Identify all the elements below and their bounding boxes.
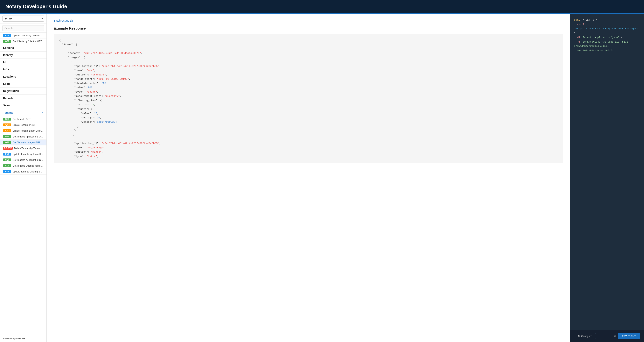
curl-data-value: 'tenants=1e4d7438-0ebe-11e7-b131-c7b5bde… — [574, 41, 630, 48]
sidebar-item-update-tenants-offering[interactable]: PUT Update Tenants Offering It... — [0, 169, 46, 174]
sidebar-item-get-tenants[interactable]: GET Get Tenants GET — [0, 116, 46, 122]
put-badge: PUT — [3, 153, 11, 156]
configure-label: Configure — [581, 334, 592, 338]
get-badge: GET — [3, 118, 11, 120]
configure-button[interactable]: ⚙ Configure — [574, 333, 596, 339]
curl-url-value: 'https://localhost:443/api/2/tenants/usa… — [574, 28, 638, 30]
sidebar-section-idp[interactable]: Idp — [0, 59, 46, 66]
get-badge: GET — [3, 141, 11, 144]
method-label: Update Clients by Client Id ... — [13, 34, 44, 37]
method-label: Get Tenants by Tenant Id G... — [13, 159, 44, 162]
sidebar-section-infra[interactable]: Infra — [0, 66, 46, 73]
search-input[interactable] — [2, 25, 44, 31]
content-area: Batch Usage List Example Response { "ite… — [47, 14, 570, 342]
example-response-block: { "items": [ { "tenant": "2b5172d7-4374-… — [54, 34, 563, 163]
curl-data-continuation: 1e-11e7-a80e-bbdaa1d60c7c' — [574, 50, 615, 52]
curl-panel: curl -X GET -G \ --url 'https://localhos… — [570, 14, 644, 342]
curl-url-flag: --url — [577, 23, 584, 26]
sidebar-item-get-tenants-by-id[interactable]: GET Get Tenants by Tenant Id G... — [0, 157, 46, 163]
method-label: Create Tenants Batch Delet... — [13, 130, 44, 132]
sidebar-section-registration[interactable]: Registration — [0, 88, 46, 95]
post-badge: POST — [3, 124, 11, 126]
put-badge: PUT — [3, 34, 11, 37]
curl-flags: -X GET -G \ — [582, 19, 598, 22]
try-label: TRY IT OUT — [622, 334, 636, 338]
method-label: Get Tenants Usages GET — [13, 141, 44, 144]
get-badge: GET — [3, 135, 11, 138]
method-label: Delete Tenants by Tenant I... — [14, 147, 44, 150]
breadcrumb-text: Batch Usage List — [54, 19, 74, 22]
sidebar-item-create-tenants-post[interactable]: POST Create Tenants POST — [0, 122, 46, 128]
curl-header-value: 'Accept: application/json' — [582, 36, 619, 39]
footer-brand: APIMATIC — [16, 337, 26, 340]
method-label: Update Tenants Offering It... — [13, 170, 44, 173]
sidebar-section-reports[interactable]: Reports — [0, 95, 46, 102]
copy-icon[interactable]: ⧉ — [614, 334, 616, 338]
sidebar-item-get-clients[interactable]: GET Get Clients by Client Id GET — [0, 38, 46, 44]
sidebar-item-create-tenants-batch[interactable]: POST Create Tenants Batch Delet... — [0, 128, 46, 134]
breadcrumb[interactable]: Batch Usage List — [54, 19, 563, 22]
sidebar-item-update-tenants-id[interactable]: PUT Update Tenants by Tenant I... — [0, 151, 46, 157]
sidebar: HTTP HTTPS PUT Update Clients by Client … — [0, 14, 47, 342]
gear-icon: ⚙ — [578, 334, 580, 338]
sidebar-item-delete-tenants[interactable]: DELETE Delete Tenants by Tenant I... — [0, 146, 46, 151]
app-title: Notary Developer's Guide — [6, 4, 67, 9]
footer-text: API Docs by — [3, 337, 16, 340]
get-badge: GET — [3, 158, 11, 162]
method-label: Create Tenants POST — [13, 124, 44, 126]
method-label: Get Tenants Offering Items ... — [13, 164, 44, 167]
curl-header-flag: -H — [577, 36, 580, 39]
curl-data-flag: -d — [577, 41, 580, 43]
sidebar-section-logic[interactable]: Logic — [0, 80, 46, 88]
method-label: Get Tenants Applications G... — [13, 135, 44, 138]
sidebar-section-editions[interactable]: Editions — [0, 44, 46, 52]
curl-code-block: curl -X GET -G \ --url 'https://localhos… — [570, 14, 644, 330]
protocol-select-row: HTTP HTTPS — [0, 14, 46, 24]
method-label: Update Tenants by Tenant I... — [13, 153, 44, 156]
protocol-select[interactable]: HTTP HTTPS — [2, 16, 44, 22]
curl-command-keyword: curl — [574, 19, 580, 22]
sidebar-section-tenants[interactable]: Tenants ▲ — [0, 109, 46, 116]
sidebar-footer: API Docs by APIMATIC — [0, 335, 46, 342]
method-label: Get Clients by Client Id GET — [13, 40, 44, 43]
get-badge: GET — [3, 40, 11, 43]
sidebar-item-get-tenants-apps[interactable]: GET Get Tenants Applications G... — [0, 134, 46, 140]
put-badge: PUT — [3, 170, 11, 173]
chevron-up-icon: ▲ — [42, 112, 43, 114]
right-panel-footer: ⚙ Configure ⧉ TRY IT OUT — [570, 330, 644, 342]
delete-badge: DELETE — [3, 147, 13, 150]
try-it-out-button[interactable]: TRY IT OUT — [618, 333, 640, 339]
sidebar-item-get-tenants-offering[interactable]: GET Get Tenants Offering Items ... — [0, 163, 46, 169]
get-badge: GET — [3, 164, 11, 167]
sidebar-section-identity[interactable]: Identity — [0, 52, 46, 59]
app-header: Notary Developer's Guide — [0, 0, 644, 14]
sidebar-section-locations[interactable]: Locations — [0, 73, 46, 80]
section-title: Example Response — [54, 26, 563, 30]
method-label: Get Tenants GET — [13, 118, 44, 120]
sidebar-section-search[interactable]: Search — [0, 102, 46, 109]
post-badge: POST — [3, 129, 11, 132]
sidebar-item-get-tenants-usages[interactable]: GET Get Tenants Usages GET — [0, 140, 46, 146]
sidebar-item-update-clients[interactable]: PUT Update Clients by Client Id ... — [0, 33, 46, 38]
search-row — [0, 24, 46, 33]
main-layout: HTTP HTTPS PUT Update Clients by Client … — [0, 14, 644, 342]
